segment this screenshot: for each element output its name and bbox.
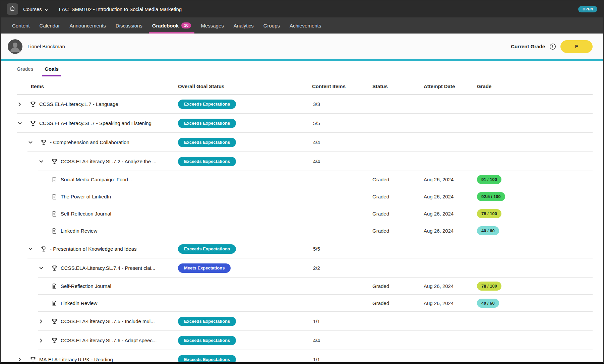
current-grade-label: Current Grade <box>511 44 545 49</box>
tab-goals[interactable]: Goals <box>44 61 59 76</box>
student-name: Lionel Brockman <box>27 44 65 49</box>
document-icon <box>51 176 58 183</box>
grade-cell: 40 / 60 <box>477 226 593 235</box>
nav-tab-label: Discussions <box>116 23 142 28</box>
nav-tab-achievements[interactable]: Achievements <box>290 17 321 34</box>
grade-pill: 40 / 60 <box>477 226 499 235</box>
content-item-row: Self-Reflection JournalGradedAug 26, 202… <box>17 205 593 222</box>
content-item-title: Social Media Campaign: Food ... <box>61 177 134 182</box>
content-items-cell: 5/5 <box>312 120 372 126</box>
goal-trophy-icon <box>51 318 58 325</box>
goal-status-pill: Exceeds Expectations <box>178 336 236 345</box>
attempt-date-cell: Aug 26, 2024 <box>424 228 477 234</box>
goal-status-pill: Exceeds Expectations <box>178 119 236 128</box>
goal-status-pill: Exceeds Expectations <box>178 138 236 147</box>
home-icon <box>9 5 15 13</box>
goal-trophy-icon <box>40 139 47 146</box>
chevron-right-icon[interactable] <box>17 101 23 107</box>
content-items-cell: 1/1 <box>312 357 372 362</box>
nav-tab-label: Calendar <box>40 23 60 28</box>
grade-cell: 78 / 100 <box>477 209 593 218</box>
nav-tab-analytics[interactable]: Analytics <box>234 17 254 34</box>
topbar: Courses LAC_SMM102 • Introduction to Soc… <box>1 1 603 17</box>
tab-grades[interactable]: Grades <box>16 61 34 76</box>
grade-pill: 78 / 100 <box>477 282 501 291</box>
current-grade-pill[interactable]: F <box>560 40 593 53</box>
status-cell: Graded <box>372 194 424 199</box>
goal-status-cell: Exceeds Expectations <box>178 244 312 254</box>
goal-status-pill: Exceeds Expectations <box>178 100 236 109</box>
goal-trophy-icon <box>51 337 58 344</box>
chevron-down-icon[interactable] <box>38 265 44 271</box>
content-item-title: Linkedin Review <box>61 228 97 234</box>
chevron-down-icon[interactable] <box>27 139 34 145</box>
goal-status-cell: Exceeds Expectations <box>178 157 312 166</box>
column-header-status: Status <box>372 83 424 89</box>
nav-tab-gradebook[interactable]: Gradebook10 <box>152 17 191 34</box>
nav-tab-label: Achievements <box>290 23 321 28</box>
indent-spacer <box>38 194 44 200</box>
nav-tab-label: Announcements <box>69 23 106 28</box>
goal-title: CCSS.ELA-Literacy.SL.7.4 - Present clai.… <box>61 265 155 271</box>
nav-tab-label: Groups <box>263 23 280 28</box>
nav-tab-discussions[interactable]: Discussions <box>116 17 142 34</box>
grade-cell: 91 / 100 <box>477 175 593 184</box>
content-item-row: Linkedin ReviewGradedAug 26, 202440 / 60 <box>17 222 593 239</box>
goal-row: CCSS.ELA-Literacy.SL.7.6 - Adapt speec..… <box>17 331 593 350</box>
goal-trophy-icon <box>40 246 47 252</box>
courses-menu[interactable]: Courses <box>23 6 48 12</box>
chevron-down-icon[interactable] <box>17 120 23 126</box>
home-button[interactable] <box>7 3 18 15</box>
goal-status-pill: Meets Expectations <box>178 263 231 273</box>
goal-title: - Presentation of Knowledge and Ideas <box>50 246 137 252</box>
goal-title: CCSS.ELA-Literacy.SL.7.5 - Include mul..… <box>61 318 155 324</box>
chevron-down-icon[interactable] <box>27 246 34 252</box>
app-window: Courses LAC_SMM102 • Introduction to Soc… <box>0 0 604 364</box>
course-open-badge: OPEN <box>578 6 597 12</box>
goal-title: CCSS.ELA-Literacy.SL.7.2 - Analyze the .… <box>61 159 157 164</box>
nav-tab-calendar[interactable]: Calendar <box>40 17 60 34</box>
goal-title: CCSS.ELA-Literacy.SL.7.6 - Adapt speec..… <box>61 338 157 343</box>
goal-row: MA.ELA-Literacy.R.PK - ReadingExceeds Ex… <box>17 350 593 364</box>
nav-tab-label: Analytics <box>234 23 254 28</box>
grade-pill: 92.5 / 100 <box>477 192 505 201</box>
document-icon <box>51 300 58 307</box>
status-cell: Graded <box>372 211 424 217</box>
content-item-title: Self-Reflection Journal <box>61 283 111 289</box>
goal-row: - Comprehension and CollaborationExceeds… <box>17 133 593 152</box>
nav-tab-announcements[interactable]: Announcements <box>69 17 106 34</box>
indent-spacer <box>38 228 44 234</box>
column-header-overall-goal-status: Overall Goal Status <box>178 83 312 89</box>
items-cell: Self-Reflection Journal <box>17 283 178 290</box>
nav-tab-content[interactable]: Content <box>12 17 30 34</box>
items-cell: Self-Reflection Journal <box>17 210 178 217</box>
attempt-date-cell: Aug 26, 2024 <box>424 177 477 182</box>
courses-menu-label: Courses <box>23 6 42 12</box>
goal-trophy-icon <box>51 158 58 165</box>
goal-trophy-icon <box>29 120 36 127</box>
content-item-row: Self-Reflection JournalGradedAug 26, 202… <box>17 278 593 295</box>
content-item-title: Linkedin Review <box>61 300 97 306</box>
chevron-right-icon[interactable] <box>38 318 44 324</box>
content-items-cell: 4/4 <box>312 139 372 145</box>
nav-tab-groups[interactable]: Groups <box>263 17 280 34</box>
items-cell: - Presentation of Knowledge and Ideas <box>17 246 178 252</box>
content-item-row: Social Media Campaign: Food ...GradedAug… <box>17 171 593 188</box>
goal-title: MA.ELA-Literacy.R.PK - Reading <box>39 357 113 362</box>
goal-row: CCSS.ELA-Literacy.SL.7.5 - Include mul..… <box>17 312 593 331</box>
items-cell: CCSS.ELA-Literacy.SL.7.4 - Present clai.… <box>17 265 178 271</box>
chevron-right-icon[interactable] <box>17 357 23 363</box>
info-icon[interactable] <box>549 43 556 50</box>
goal-trophy-icon <box>29 356 36 363</box>
goal-trophy-icon <box>29 101 36 108</box>
goal-row: - Presentation of Knowledge and IdeasExc… <box>17 239 593 258</box>
chevron-right-icon[interactable] <box>38 338 44 344</box>
course-title: LAC_SMM102 • Introduction to Social Medi… <box>59 6 182 12</box>
caret-down-icon <box>45 6 48 12</box>
content-item-title: The Power of LinkedIn <box>61 194 111 199</box>
chevron-down-icon[interactable] <box>38 159 44 165</box>
grade-pill: 40 / 60 <box>477 299 499 308</box>
content-items-cell: 2/2 <box>312 265 372 271</box>
nav-tab-messages[interactable]: Messages <box>201 17 224 34</box>
grade-pill: 78 / 100 <box>477 209 501 218</box>
